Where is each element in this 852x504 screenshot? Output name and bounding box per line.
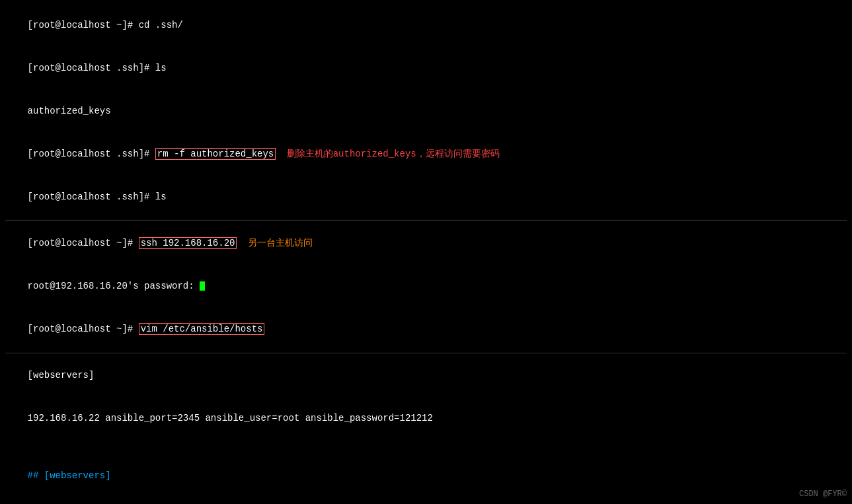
separator-1 <box>5 220 847 221</box>
line-6: [root@localhost ~]# ssh 192.168.16.20 另一… <box>5 222 847 265</box>
line-13: ## alpha.example.org <box>5 497 847 504</box>
prompt: [root@localhost .ssh]# <box>28 63 155 73</box>
csdn-credit: CSDN @FYR© <box>799 489 847 499</box>
line-1: [root@localhost ~]# cd .ssh/ <box>5 4 847 47</box>
line-11 <box>5 441 847 455</box>
hosts-entry: 192.168.16.22 ansible_port=2345 ansible_… <box>28 413 433 423</box>
line-3: authorized_keys <box>5 90 847 133</box>
prompt: [root@localhost ~]# <box>28 238 139 248</box>
command: cd .ssh/ <box>139 20 183 30</box>
command: ls <box>155 63 167 73</box>
line-7: root@192.168.16.20's password: <box>5 265 847 308</box>
prompt: [root@localhost .ssh]# <box>28 192 155 202</box>
command-highlight: vim /etc/ansible/hosts <box>139 323 265 335</box>
terminal: [root@localhost ~]# cd .ssh/ [root@local… <box>0 0 852 504</box>
command-highlight: ssh 192.168.16.20 <box>139 237 237 249</box>
separator-2 <box>5 353 847 353</box>
line-2: [root@localhost .ssh]# ls <box>5 47 847 90</box>
line-12: ## [webservers] <box>5 454 847 497</box>
prompt: [root@localhost ~]# <box>28 20 139 30</box>
command-highlight: rm -f authorized_keys <box>155 148 276 160</box>
annotation-rm: 删除主机的authorized_keys，远程访问需要密码 <box>281 149 499 159</box>
hosts-section: [webservers] <box>28 370 95 380</box>
line-10: 192.168.16.22 ansible_port=2345 ansible_… <box>5 398 847 441</box>
annotation-ssh: 另一台主机访问 <box>242 238 312 248</box>
command: ls <box>155 192 167 202</box>
output: authorized_keys <box>28 106 111 116</box>
line-4: [root@localhost .ssh]# rm -f authorized_… <box>5 133 847 176</box>
prompt: [root@localhost ~]# <box>28 324 139 334</box>
line-5: [root@localhost .ssh]# ls <box>5 176 847 219</box>
comment-webservers: ## [webservers] <box>28 470 111 481</box>
line-8: [root@localhost ~]# vim /etc/ansible/hos… <box>5 308 847 351</box>
prompt: [root@localhost .ssh]# <box>28 149 155 159</box>
cursor <box>200 281 205 291</box>
password-prompt: root@192.168.16.20's password: <box>28 281 200 291</box>
line-9: [webservers] <box>5 355 847 398</box>
